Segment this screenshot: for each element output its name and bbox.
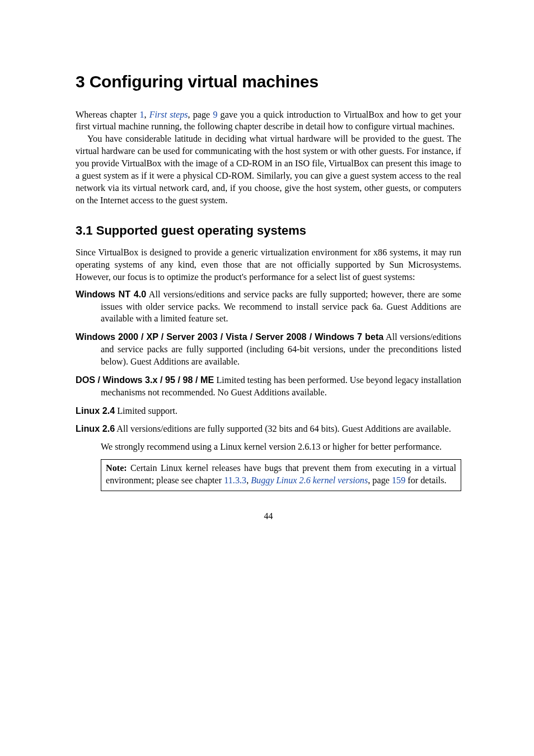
link-buggy-linux[interactable]: Buggy Linux 2.6 kernel versions <box>251 475 368 486</box>
link-chapter-1[interactable]: 1 <box>139 110 144 120</box>
item-linux-26: Linux 2.6 All versions/editions are full… <box>76 423 461 436</box>
item-linux-26-sub: We strongly recommend using a Linux kern… <box>76 441 461 454</box>
section-title: 3.1 Supported guest operating systems <box>76 222 461 239</box>
term-linux-26: Linux 2.6 <box>76 423 115 433</box>
section-lead: Since VirtualBox is designed to provide … <box>76 247 461 284</box>
desc-linux-24: Limited support. <box>115 406 177 416</box>
intro-paragraph-1: Whereas chapter 1, First steps, page 9 g… <box>76 109 461 134</box>
term-linux-24: Linux 2.4 <box>76 405 115 416</box>
link-first-steps[interactable]: First steps <box>149 110 188 120</box>
item-dos: DOS / Windows 3.x / 95 / 98 / ME Limited… <box>76 374 461 399</box>
term-windows-2000: Windows 2000 / XP / Server 2003 / Vista … <box>76 332 383 342</box>
page-number: 44 <box>76 510 461 522</box>
intro-paragraph-2: You have considerable latitude in decidi… <box>76 133 461 207</box>
item-windows-2000: Windows 2000 / XP / Server 2003 / Vista … <box>76 331 461 368</box>
desc-linux-26: All versions/editions are fully supporte… <box>115 424 451 434</box>
link-chapter-11-3-3[interactable]: 11.3.3 <box>224 475 246 486</box>
term-windows-nt-4: Windows NT 4.0 <box>76 289 146 299</box>
definition-list: Windows NT 4.0 All versions/editions and… <box>76 288 461 491</box>
desc-windows-nt-4: All versions/editions and service packs … <box>101 290 461 324</box>
link-page-159[interactable]: 159 <box>392 475 405 486</box>
note-label: Note: <box>106 463 127 473</box>
note-box: Note: Certain Linux kernel releases have… <box>101 459 461 491</box>
term-dos: DOS / Windows 3.x / 95 / 98 / ME <box>76 375 214 385</box>
item-linux-24: Linux 2.4 Limited support. <box>76 405 461 418</box>
chapter-title: 3 Configuring virtual machines <box>76 71 461 94</box>
item-windows-nt-4: Windows NT 4.0 All versions/editions and… <box>76 288 461 326</box>
